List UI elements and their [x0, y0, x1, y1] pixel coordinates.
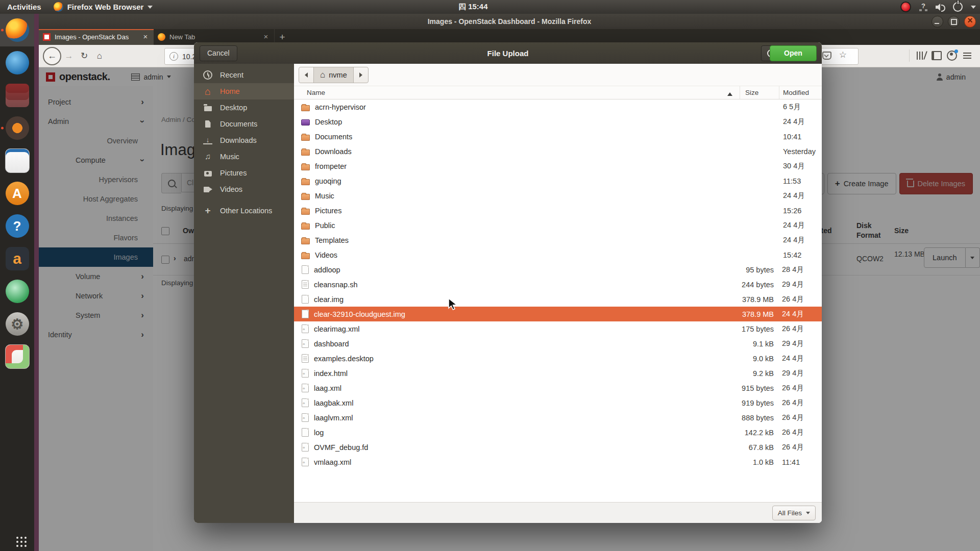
- show-applications-button[interactable]: [0, 528, 34, 548]
- place-home[interactable]: Home: [194, 83, 294, 99]
- reload-button[interactable]: ↻: [77, 48, 92, 64]
- file-row-pictures[interactable]: Pictures 15:26: [294, 203, 822, 218]
- tab-close-icon[interactable]: ×: [141, 33, 150, 41]
- path-segment-nvme[interactable]: ⌂ nvme: [313, 67, 354, 83]
- menu-button[interactable]: [960, 48, 975, 63]
- file-type-icon: [302, 310, 309, 318]
- app-menu-button[interactable]: Firefox Web Browser: [48, 0, 158, 14]
- file-size: 95 bytes: [739, 266, 774, 274]
- open-button[interactable]: Open: [770, 45, 817, 61]
- file-row-templates[interactable]: Templates 24 4月: [294, 233, 822, 247]
- path-back-button[interactable]: [299, 67, 314, 83]
- place-pictures[interactable]: Pictures: [194, 165, 294, 181]
- volume-icon: [936, 3, 945, 11]
- file-row-acrn-hypervisor[interactable]: acrn-hypervisor 6 5月: [294, 99, 822, 114]
- file-modified: 29 4月: [778, 280, 804, 289]
- tab-close-icon[interactable]: ×: [262, 33, 270, 41]
- file-row-cleansnap-sh[interactable]: cleansnap.sh 244 bytes 29 4月: [294, 277, 822, 292]
- dock-item-utilities[interactable]: ⚙: [0, 308, 34, 340]
- dock-item-ubuntu-software[interactable]: A: [0, 177, 34, 210]
- dock-item-libreoffice-writer[interactable]: [0, 144, 34, 177]
- activities-button[interactable]: Activities: [0, 0, 48, 14]
- file-row-videos[interactable]: Videos 15:42: [294, 247, 822, 262]
- window-titlebar[interactable]: Images - OpenStack Dashboard - Mozilla F…: [39, 14, 980, 29]
- sidebar-toggle-button[interactable]: [929, 48, 944, 63]
- file-row-clear-img[interactable]: clear.img 378.9 MB 26 4月: [294, 292, 822, 307]
- file-size: 142.2 kB: [739, 429, 774, 437]
- file-row-vmlaag-xml[interactable]: vmlaag.xml 1.0 kB 11:41: [294, 455, 822, 469]
- bookmark-star-icon[interactable]: ☆: [839, 49, 847, 60]
- dock-item-web-browser[interactable]: [0, 275, 34, 308]
- back-button[interactable]: ←: [43, 47, 61, 65]
- account-button[interactable]: [944, 48, 960, 63]
- apps-grid-icon: [16, 537, 18, 539]
- file-row-clear-32910-cloudguest-img[interactable]: clear-32910-cloudguest.img 378.9 MB 24 4…: [294, 307, 822, 321]
- dock-item-image-viewer[interactable]: [0, 340, 34, 373]
- file-row-clearimag-xml[interactable]: clearimag.xml 175 bytes 26 4月: [294, 321, 822, 336]
- mouse-cursor: [447, 298, 459, 313]
- file-size: 378.9 MB: [739, 295, 774, 304]
- place-music[interactable]: Music: [194, 148, 294, 165]
- file-row-laagbak-xml[interactable]: laagbak.xml 919 bytes 26 4月: [294, 395, 822, 410]
- file-row-public[interactable]: Public 24 4月: [294, 218, 822, 233]
- minimize-button[interactable]: [932, 16, 943, 28]
- pocket-icon[interactable]: [822, 52, 831, 60]
- triangle-right-icon: [359, 72, 362, 78]
- file-filter-dropdown[interactable]: All Files: [772, 506, 816, 520]
- name-column-header[interactable]: Name: [294, 89, 740, 96]
- chevron-down-icon: [806, 512, 810, 514]
- place-recent[interactable]: Recent: [194, 67, 294, 83]
- file-row-desktop[interactable]: Desktop 24 4月: [294, 114, 822, 129]
- file-name: clear.img: [314, 295, 739, 304]
- file-type-icon: [301, 119, 310, 126]
- file-row-ovmf-debug-fd[interactable]: OVMF_debug.fd 67.8 kB 26 4月: [294, 440, 822, 455]
- modified-column-header[interactable]: Modified: [779, 89, 809, 96]
- place-other-locations[interactable]: Other Locations: [194, 203, 294, 219]
- place-icon: [203, 87, 212, 96]
- file-row-laag-xml[interactable]: laag.xml 915 bytes 26 4月: [294, 381, 822, 395]
- file-row-index-html[interactable]: index.html 9.2 kB 29 4月: [294, 366, 822, 381]
- file-row-dashboard[interactable]: dashboard 9.1 kB 29 4月: [294, 336, 822, 351]
- close-button[interactable]: [964, 16, 976, 28]
- file-row-music[interactable]: Music 24 4月: [294, 188, 822, 203]
- file-type-icon: [302, 384, 309, 392]
- dock-item-files[interactable]: [0, 79, 34, 112]
- place-downloads[interactable]: Downloads: [194, 132, 294, 148]
- clock[interactable]: 四 15:44: [458, 0, 488, 14]
- site-info-icon[interactable]: i: [169, 52, 178, 61]
- file-row-examples-desktop[interactable]: examples.desktop 9.0 kB 24 4月: [294, 351, 822, 366]
- file-name: clear-32910-cloudguest.img: [314, 310, 739, 318]
- file-type-icon: [302, 265, 309, 274]
- maximize-button[interactable]: [948, 16, 960, 28]
- file-modified: 29 4月: [778, 368, 804, 378]
- file-row-frompeter[interactable]: frompeter 30 4月: [294, 159, 822, 173]
- file-row-downloads[interactable]: Downloads Yesterday: [294, 144, 822, 159]
- size-column-header[interactable]: Size: [740, 86, 779, 99]
- dock-item-amazon[interactable]: a: [0, 242, 34, 275]
- path-forward-button[interactable]: [353, 67, 369, 83]
- file-row-guoqing[interactable]: guoqing 11:53: [294, 173, 822, 188]
- file-name: laag.xml: [314, 384, 739, 392]
- file-row-log[interactable]: log 142.2 kB 26 4月: [294, 425, 822, 440]
- tab-images-openstack[interactable]: Images - OpenStack Das ×: [39, 29, 154, 45]
- place-videos[interactable]: Videos: [194, 181, 294, 197]
- file-type-icon: [301, 105, 310, 111]
- home-button[interactable]: ⌂: [92, 48, 107, 64]
- dock-item-help[interactable]: ?: [0, 210, 34, 242]
- window-title: Images - OpenStack Dashboard - Mozilla F…: [428, 17, 592, 26]
- library-button[interactable]: [914, 48, 929, 63]
- forward-button[interactable]: →: [61, 48, 77, 64]
- place-documents[interactable]: Documents: [194, 116, 294, 132]
- file-row-documents[interactable]: Documents 10:41: [294, 129, 822, 144]
- dock-item-thunderbird[interactable]: [0, 46, 34, 79]
- file-name: Documents: [315, 133, 740, 141]
- dock-item-firefox[interactable]: [0, 14, 34, 46]
- triangle-left-icon: [305, 72, 308, 78]
- dock-item-rhythmbox[interactable]: [0, 112, 34, 144]
- system-tray[interactable]: ?: [900, 0, 976, 14]
- file-row-laaglvm-xml[interactable]: laaglvm.xml 888 bytes 26 4月: [294, 410, 822, 425]
- place-desktop[interactable]: Desktop: [194, 99, 294, 116]
- file-row-addloop[interactable]: addloop 95 bytes 28 4月: [294, 262, 822, 277]
- cancel-button[interactable]: Cancel: [200, 45, 237, 61]
- file-name: laagbak.xml: [314, 399, 739, 407]
